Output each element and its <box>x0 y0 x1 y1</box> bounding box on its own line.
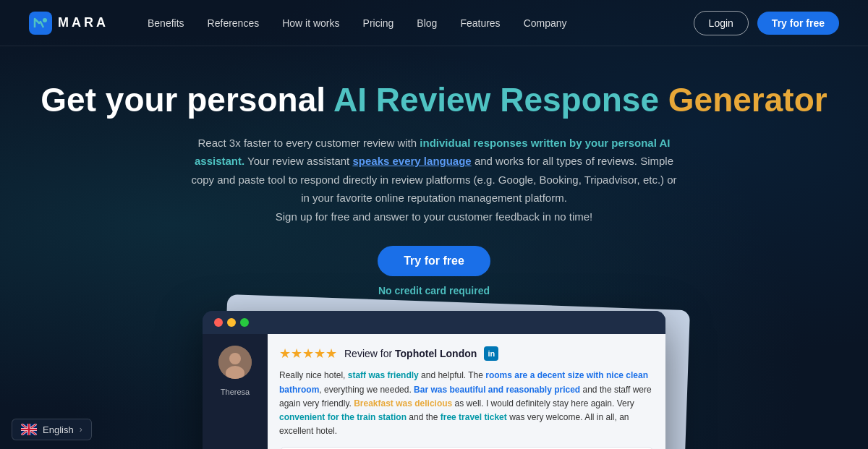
window-dot-red <box>214 318 223 327</box>
nav-company[interactable]: Company <box>514 13 577 33</box>
demo-window: Theresa ★★★★★ Review for Tophotel London… <box>203 311 665 449</box>
hero-title: Get your personal AI Review Response Gen… <box>14 81 854 119</box>
nav-blog[interactable]: Blog <box>407 13 447 33</box>
window-main: ★★★★★ Review for Tophotel London in Real… <box>268 334 665 449</box>
linkedin-icon: in <box>484 346 498 361</box>
review-for-label: Review for <box>344 348 395 359</box>
try-free-button-nav[interactable]: Try for free <box>757 12 839 35</box>
hero-title-ai: AI Review Response <box>333 81 668 119</box>
reviewer-name: Theresa <box>221 388 250 396</box>
logo[interactable]: MARA <box>29 12 109 35</box>
review-body-2: and helpful. The <box>419 370 486 380</box>
hero-title-generator: Generator <box>668 81 827 119</box>
demo-window-wrap: Theresa ★★★★★ Review for Tophotel London… <box>203 311 665 449</box>
language-selector[interactable]: English › <box>12 419 92 440</box>
uk-flag <box>21 424 37 435</box>
review-hl3: Bar was beautiful and reasonably priced <box>414 385 580 395</box>
review-hl6: free travel ticket <box>441 412 507 422</box>
nav-benefits[interactable]: Benefits <box>137 13 195 33</box>
review-hl5: convenient for the train station <box>279 412 407 422</box>
review-stars: ★★★★★ <box>279 346 337 362</box>
nav-references[interactable]: References <box>197 13 270 33</box>
navbar: MARA Benefits References How it works Pr… <box>0 0 868 46</box>
review-hl4: Breakfast was delicious <box>354 398 452 409</box>
review-body-3: , everything we needed. <box>319 385 414 395</box>
window-sidebar: Theresa <box>203 334 268 449</box>
nav-pricing[interactable]: Pricing <box>353 13 404 33</box>
review-body-5: as well. I would definitely stay here ag… <box>452 398 634 409</box>
try-free-button-hero[interactable]: Try for free <box>378 246 490 276</box>
review-title-text: Review for Tophotel London <box>344 348 477 359</box>
review-body-1: Really nice hotel, <box>279 370 348 380</box>
nav-features[interactable]: Features <box>450 13 510 33</box>
window-body: Theresa ★★★★★ Review for Tophotel London… <box>203 334 665 449</box>
login-button[interactable]: Login <box>694 11 749 35</box>
avatar-image <box>218 346 252 379</box>
nav-how-it-works[interactable]: How it works <box>272 13 349 33</box>
hero-description: React 3x faster to every customer review… <box>188 134 680 226</box>
hero-desc-2: Your review assistant <box>244 155 352 167</box>
logo-text: MARA <box>58 15 109 30</box>
window-titlebar <box>203 311 665 334</box>
review-header: ★★★★★ Review for Tophotel London in <box>279 346 654 362</box>
review-body-6: and the <box>407 412 441 422</box>
hero-desc-highlight2: speaks every language <box>352 155 471 167</box>
nav-links: Benefits References How it works Pricing… <box>137 13 694 33</box>
hero-desc-4: Sign up for free and answer to your cust… <box>276 210 593 223</box>
window-dot-yellow <box>227 318 236 327</box>
hero-section: Get your personal AI Review Response Gen… <box>0 46 868 296</box>
language-label: English <box>43 424 74 435</box>
svg-point-3 <box>229 353 241 364</box>
review-hl1: staff was friendly <box>348 370 419 380</box>
window-dot-green <box>240 318 249 327</box>
svg-point-1 <box>43 18 47 22</box>
hero-title-plain: Get your personal <box>41 81 333 119</box>
avatar <box>218 346 252 379</box>
nav-actions: Login Try for free <box>694 11 839 35</box>
flag-icon <box>21 424 37 435</box>
logo-icon <box>29 12 52 35</box>
chevron-right-icon: › <box>80 424 82 435</box>
no-credit-label: No credit card required <box>14 285 854 296</box>
hotel-name: Tophotel London <box>395 348 477 359</box>
demo-section: Theresa ★★★★★ Review for Tophotel London… <box>0 311 868 449</box>
hero-desc-1: React 3x faster to every customer review… <box>198 137 420 149</box>
review-text: Really nice hotel, staff was friendly an… <box>279 369 654 438</box>
